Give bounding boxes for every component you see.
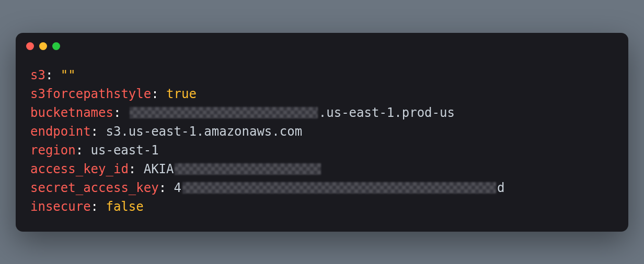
- config-line: s3:"": [30, 66, 614, 85]
- config-key: secret_access_key: [30, 178, 159, 197]
- config-key: region: [30, 141, 76, 160]
- config-line: endpoint:s3.us-east-1.amazonaws.com: [30, 122, 614, 141]
- redacted-block: [130, 107, 318, 118]
- titlebar: [16, 33, 628, 55]
- code-window: s3:""s3forcepathstyle:truebucketnames:.u…: [16, 33, 628, 232]
- config-key: s3: [30, 66, 45, 85]
- maximize-icon[interactable]: [52, 42, 60, 50]
- colon: :: [91, 197, 98, 216]
- config-key: s3forcepathstyle: [30, 85, 151, 103]
- config-value-prefix: AKIA: [144, 160, 174, 178]
- colon: :: [159, 178, 166, 197]
- config-value: s3.us-east-1.amazonaws.com: [106, 122, 302, 141]
- colon: :: [113, 103, 121, 122]
- redacted-block: [182, 182, 496, 194]
- colon: :: [151, 85, 158, 103]
- colon: :: [45, 66, 53, 85]
- config-key: access_key_id: [30, 160, 129, 178]
- config-line: access_key_id:AKIA: [30, 160, 614, 178]
- config-value-prefix: 4: [174, 178, 181, 197]
- colon: :: [91, 122, 98, 141]
- config-key: endpoint: [30, 122, 91, 141]
- config-line: bucketnames:.us-east-1.prod-us: [30, 103, 614, 122]
- close-icon[interactable]: [26, 42, 34, 50]
- config-value: true: [166, 85, 197, 103]
- colon: :: [76, 141, 83, 160]
- config-key: insecure: [30, 197, 91, 216]
- config-line: secret_access_key:4d: [30, 178, 614, 197]
- redacted-block: [175, 163, 321, 175]
- config-line: s3forcepathstyle:true: [30, 85, 614, 103]
- config-value: us-east-1: [91, 141, 159, 160]
- config-value: false: [106, 197, 143, 216]
- minimize-icon[interactable]: [39, 42, 47, 50]
- colon: :: [129, 160, 136, 178]
- config-line: region:us-east-1: [30, 141, 614, 160]
- config-key: bucketnames: [30, 103, 113, 122]
- config-line: insecure:false: [30, 197, 614, 216]
- config-value-suffix: .us-east-1.prod-us: [319, 103, 455, 122]
- config-value-suffix: d: [497, 178, 504, 197]
- config-value: "": [61, 66, 76, 85]
- code-block: s3:""s3forcepathstyle:truebucketnames:.u…: [16, 55, 628, 232]
